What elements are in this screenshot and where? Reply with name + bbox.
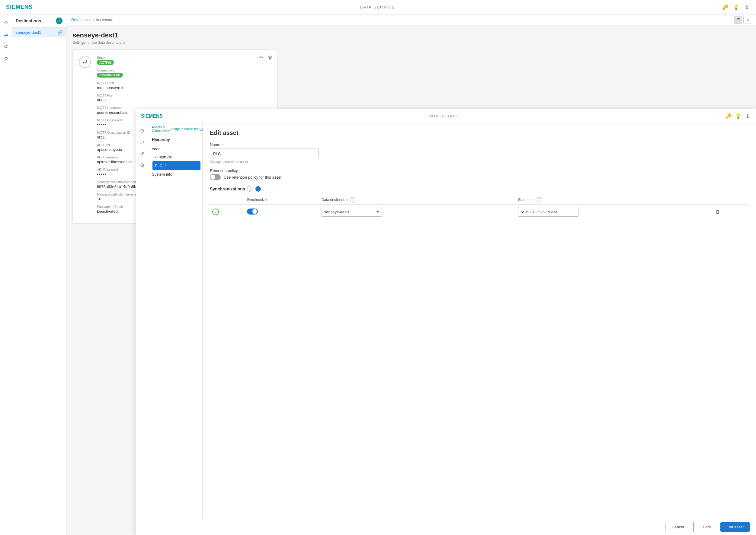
- cancel-button[interactable]: Cancel: [665, 522, 690, 532]
- hierarchy-breadcrumb: Assets & Connectivity / edge / StressTes…: [148, 124, 202, 134]
- top-navbar: SIEMENS DATA SERVICE 🔑 💡 ℹ: [0, 0, 756, 14]
- overlay-lightbulb-icon[interactable]: 💡: [735, 113, 741, 119]
- overlay-settings-icon-btn[interactable]: ⚙: [137, 160, 147, 170]
- hier-item-plc1[interactable]: PLC_1 ···: [153, 161, 200, 170]
- share-icon-area: ⇄: [79, 56, 91, 68]
- sidebar-title: Destinations: [16, 18, 41, 23]
- sync-status-cell: ✓: [210, 205, 245, 219]
- edit-asset-button[interactable]: Edit asset: [720, 522, 750, 532]
- overlay-window: SIEMENS DATA SERVICE 🔑 💡 ℹ ⊙ ⇄ ↺ ⚙ Asset…: [136, 109, 756, 535]
- hier-breadcrumb-sep2: /: [182, 127, 183, 131]
- connection-section: Connection CONNECTED: [97, 69, 272, 77]
- overlay-share-icon-btn[interactable]: ⇄: [137, 137, 147, 147]
- time-col-info-icon[interactable]: ?: [536, 197, 541, 203]
- sync-row-0: ✓ senseye-dest1: [210, 205, 748, 219]
- retention-form-label: Retention policy: [210, 168, 748, 173]
- refresh-icon-btn[interactable]: ↺: [1, 42, 11, 51]
- status-badge: ACTIVE: [97, 60, 114, 65]
- name-required-star: *: [221, 142, 223, 147]
- hier-item-sysinfo[interactable]: System info: [148, 170, 202, 178]
- sync-table: Synchronize Data destination ? Start tim…: [210, 195, 748, 219]
- sidebar-item-label: senseye-dest1: [16, 30, 42, 35]
- overlay-refresh-icon-btn[interactable]: ↺: [137, 149, 147, 158]
- left-icon-bar: ⊙ ⇄ ↺ ⚙: [0, 14, 12, 535]
- name-hint: Display name of the asset: [210, 160, 748, 163]
- overlay-info-icon[interactable]: ℹ: [745, 113, 751, 119]
- delete-card-button[interactable]: 🗑: [267, 53, 274, 62]
- sync-col-actions: [712, 195, 748, 205]
- hier-plc1-label: PLC_1: [155, 163, 167, 168]
- mqtt-host-section: MQTT Host mqtt.senseye.io: [97, 81, 272, 90]
- link-icon: 🔗: [57, 30, 63, 35]
- name-form-label: Name *: [210, 142, 748, 147]
- sync-info-icon[interactable]: ?: [247, 186, 252, 192]
- view-toggles: ☰ ⊞: [734, 16, 751, 24]
- sync-toggle[interactable]: [247, 209, 258, 214]
- hier-edge-label: edge: [152, 147, 160, 151]
- grid-view-toggle[interactable]: ⊞: [743, 16, 751, 24]
- retention-toggle-label: Use retention policy for this asset: [224, 175, 281, 180]
- hier-breadcrumb-edge[interactable]: edge: [173, 127, 181, 131]
- share-icon-btn[interactable]: ⇄: [1, 30, 11, 39]
- hier-toggle-testsite: ∨: [154, 155, 157, 159]
- nav-icons: 🔑 💡 ℹ: [722, 4, 750, 10]
- lightbulb-icon[interactable]: 💡: [733, 4, 739, 10]
- home-icon-btn[interactable]: ⊙: [1, 17, 11, 27]
- mqtt-port-label: MQTT Port: [97, 94, 272, 97]
- sync-section: Synchronizations ? + Synchronize Data de…: [210, 186, 748, 219]
- asset-name-input[interactable]: [210, 148, 319, 159]
- toggle-on-knob: [252, 209, 257, 214]
- list-view-toggle[interactable]: ☰: [734, 16, 742, 24]
- add-destination-button[interactable]: +: [56, 17, 63, 24]
- app-title: DATA SERVICE: [360, 5, 395, 9]
- sync-toggle-cell: [245, 205, 319, 219]
- delete-button[interactable]: Delete: [693, 522, 717, 532]
- sync-label: Synchronizations: [210, 186, 245, 191]
- overlay-key-icon[interactable]: 🔑: [725, 113, 732, 119]
- edit-card-button[interactable]: ✏: [258, 53, 264, 62]
- overlay-app-title: DATA SERVICE: [427, 114, 460, 118]
- settings-icon-btn[interactable]: ⚙: [1, 54, 11, 63]
- sync-delete-cell: 🗑: [712, 205, 748, 219]
- sync-header: Synchronizations ? +: [210, 186, 748, 192]
- overlay-assets-icon-btn[interactable]: ⊙: [137, 126, 147, 135]
- hier-item-testsite[interactable]: ∨ TestSite: [148, 153, 202, 161]
- toggle-knob: [211, 175, 215, 180]
- sync-col-empty: [210, 195, 245, 205]
- connection-badge: CONNECTED: [97, 73, 123, 77]
- hier-more-icon[interactable]: ···: [194, 163, 198, 168]
- mqtt-port-section: MQTT Port 8883: [97, 94, 272, 102]
- sync-col-synchronize: Synchronize: [245, 195, 319, 205]
- retention-toggle[interactable]: [210, 174, 221, 180]
- hier-breadcrumb-assets[interactable]: Assets & Connectivity: [152, 125, 170, 132]
- overlay-left-icons: ⊙ ⇄ ↺ ⚙: [136, 124, 148, 535]
- page-subtitle: Settings for the data destinations: [73, 41, 750, 45]
- sidebar-panel: Destinations + senseye-dest1 🔗: [12, 14, 67, 535]
- overlay-topbar: SIEMENS DATA SERVICE 🔑 💡 ℹ: [136, 109, 756, 124]
- connection-label: Connection: [97, 69, 272, 72]
- status-section: Status ACTIVE: [97, 56, 272, 65]
- sync-add-icon[interactable]: +: [255, 186, 261, 192]
- hier-testsite-label: TestSite: [158, 155, 172, 159]
- start-time-input[interactable]: [518, 207, 578, 217]
- dest-col-info-icon[interactable]: ?: [350, 197, 355, 203]
- sidebar-header: Destinations +: [12, 14, 66, 27]
- key-icon[interactable]: 🔑: [722, 4, 728, 10]
- sidebar-item-senseye-dest1[interactable]: senseye-dest1 🔗: [12, 27, 66, 37]
- hier-item-edge[interactable]: edge: [148, 145, 202, 153]
- breadcrumb-destinations[interactable]: Destinations: [71, 18, 91, 22]
- delete-sync-row-button[interactable]: 🗑: [714, 208, 722, 216]
- hierarchy-panel: Assets & Connectivity / edge / StressTes…: [148, 124, 203, 535]
- sync-time-cell: [516, 205, 712, 219]
- retention-policy-row: Use retention policy for this asset: [210, 174, 748, 180]
- info-icon[interactable]: ℹ: [744, 4, 750, 10]
- edit-panel: Edit asset Name * Display name of the as…: [203, 124, 756, 535]
- share-circle-icon: ⇄: [79, 56, 91, 68]
- overlay-nav-icons: 🔑 💡 ℹ: [725, 113, 751, 119]
- destination-select[interactable]: senseye-dest1: [322, 207, 382, 217]
- sync-col-starttime: Start time ?: [516, 195, 712, 205]
- breadcrumb: Destinations / ms-tenant1 ☰ ⊞: [67, 14, 756, 25]
- bottom-action-bar: Cancel Delete Edit asset: [136, 519, 756, 535]
- breadcrumb-tenant: ms-tenant1: [96, 18, 114, 22]
- overlay-siemens-logo: SIEMENS: [141, 113, 163, 119]
